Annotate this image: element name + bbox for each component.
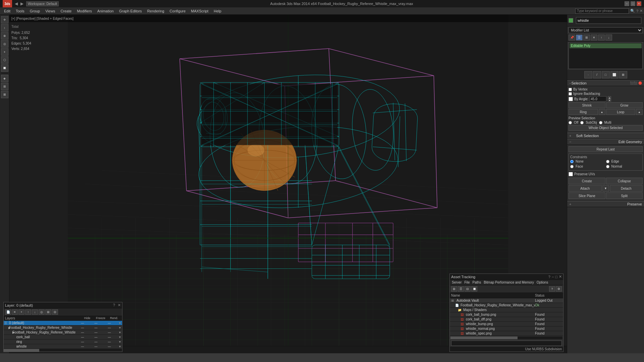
menu-edit[interactable]: Edit	[1, 8, 13, 14]
asset-menu-paths[interactable]: Paths	[473, 281, 481, 284]
angle-up-btn[interactable]: ▲	[608, 96, 611, 99]
repeat-last-btn[interactable]: Repeat Last	[569, 146, 643, 152]
attach-btn[interactable]: Attach	[569, 185, 602, 192]
asset-row-whistle-spec[interactable]: 🖼 whistle_spec.png Found	[450, 331, 563, 336]
polygon-icon-btn[interactable]: ⬜	[610, 71, 619, 78]
shrink-btn[interactable]: Shrink	[569, 102, 605, 108]
split-btn[interactable]: Split	[606, 192, 643, 199]
asset-row-whistle-bump[interactable]: 🖼 whistle_bump.png Found	[450, 322, 563, 326]
lt-btn-6[interactable]: ⬡	[1, 56, 8, 64]
create-btn[interactable]: Create	[569, 178, 605, 184]
menu-animation[interactable]: Animation	[95, 8, 116, 14]
asset-path-input[interactable]	[451, 341, 562, 346]
ignore-backfacing-checkbox[interactable]	[569, 92, 572, 96]
menu-group[interactable]: Group	[27, 8, 43, 14]
preserve-uvs-checkbox[interactable]	[569, 172, 573, 176]
menu-maxscript[interactable]: MAXScript	[188, 8, 211, 14]
lt-btn-9[interactable]: ⊞	[1, 83, 8, 90]
soft-sel-plus[interactable]: +	[569, 134, 571, 138]
layer-btn-8[interactable]: ⊟	[52, 309, 58, 315]
lt-btn-4[interactable]: ◎	[1, 40, 8, 48]
layer-new-btn[interactable]: 📄	[5, 309, 11, 315]
layer-delete-btn[interactable]: ✕	[12, 309, 18, 315]
stack-btn-3[interactable]: ⊞	[583, 35, 590, 41]
editable-poly-item[interactable]: Editable Poly	[570, 43, 642, 48]
collapse-btn[interactable]: Collapse	[606, 178, 643, 184]
constraint-normal-radio[interactable]	[606, 165, 609, 168]
constraint-face-radio[interactable]	[570, 165, 574, 168]
layer-row-sub[interactable]: ▶ Football_Hockey_Rugby_Referee_Whistle …	[4, 330, 122, 335]
angle-down-btn[interactable]: ▼	[608, 99, 611, 102]
asset-row-cork-bump[interactable]: 🖼 cork_ball_bump.png Found	[450, 312, 563, 317]
layer-btn-7[interactable]: ⊞	[45, 309, 51, 315]
viewport-label[interactable]: [+] [Perspective] [Shaded + Edged Faces]	[11, 17, 73, 20]
menu-search-input[interactable]	[575, 8, 629, 14]
lt-btn-1[interactable]: ✛	[1, 16, 8, 23]
asset-help-icon[interactable]: ?	[548, 275, 550, 279]
by-angle-value[interactable]	[590, 96, 606, 102]
close-icon[interactable]: ✕	[640, 9, 643, 13]
asset-menu-bitmap[interactable]: Bitmap Performance and Memory	[484, 281, 534, 284]
menu-help[interactable]: Help	[211, 8, 224, 14]
layer-help-btn[interactable]: ?	[113, 303, 115, 307]
whole-object-selected-btn[interactable]: Whole Object Selected	[569, 125, 643, 131]
lt-btn-10[interactable]: ⊠	[1, 91, 8, 98]
edit-geo-collapse[interactable]: −	[569, 140, 571, 144]
menu-configure[interactable]: Configure	[167, 8, 189, 14]
layer-row-whistle[interactable]: □ whistle — — — ▼	[4, 344, 122, 349]
lt-btn-8[interactable]: ◈	[1, 75, 8, 82]
menu-views[interactable]: Views	[43, 8, 58, 14]
asset-scrollbar-h[interactable]	[450, 337, 562, 339]
asset-row-cork-dff[interactable]: 🖼 cork_ball_dff.png Found	[450, 317, 563, 322]
element-icon-btn[interactable]: ⊠	[619, 71, 627, 78]
menu-graph-editors[interactable]: Graph Editors	[116, 8, 145, 14]
asset-row-vault[interactable]: 🏛 Autodesk Vault Logged Out	[450, 298, 563, 303]
layer-row-ring[interactable]: □ ring — — — ▼	[4, 340, 122, 344]
layer-btn-5[interactable]: ↓	[32, 309, 38, 315]
pin-stack-btn[interactable]: 📌	[569, 35, 575, 41]
asset-close-btn[interactable]: ✕	[559, 275, 562, 279]
layer-select-btn[interactable]: ◎	[39, 309, 45, 315]
close-btn[interactable]: ✕	[637, 1, 641, 6]
vertex-icon-btn[interactable]: ·	[584, 71, 592, 78]
asset-tb-2[interactable]: ☰	[458, 286, 464, 292]
attach-list-btn[interactable]: ▼	[602, 185, 609, 192]
loop-btn[interactable]: Loop	[606, 109, 636, 115]
layer-close-btn[interactable]: ✕	[118, 303, 121, 307]
border-icon-btn[interactable]: □	[602, 71, 610, 78]
constraint-edge-radio[interactable]	[606, 160, 609, 163]
asset-tb-1[interactable]: ⊞	[451, 286, 457, 292]
layer-row-cork-ball[interactable]: □ cork_ball — — — ▼	[4, 335, 122, 340]
preview-multi-radio[interactable]	[599, 121, 602, 124]
stack-btn-5[interactable]: ↑	[598, 35, 605, 41]
asset-menu-options[interactable]: Options	[537, 281, 548, 284]
layer-btn-4[interactable]: ↑	[25, 309, 31, 315]
layer-scrollbar[interactable]	[4, 349, 122, 352]
by-vertex-checkbox[interactable]	[569, 88, 572, 91]
asset-maximize-btn[interactable]: □	[555, 275, 557, 279]
detach-btn[interactable]: Detach	[610, 185, 643, 192]
menu-rendering[interactable]: Rendering	[145, 8, 167, 14]
asset-tb-3[interactable]: ⊟	[465, 286, 471, 292]
layer-add-sel-btn[interactable]: +	[18, 309, 24, 315]
menu-tools[interactable]: Tools	[13, 8, 27, 14]
maximize-btn[interactable]: □	[631, 1, 635, 6]
menu-modifiers[interactable]: Modifiers	[74, 8, 95, 14]
grow-btn[interactable]: Grow	[606, 102, 643, 108]
toolbar-nav-back[interactable]: ◀	[15, 1, 18, 6]
menu-create[interactable]: Create	[58, 8, 74, 14]
show-modifier-btn[interactable]: ☰	[576, 35, 583, 41]
help-icon[interactable]: ?	[636, 9, 638, 13]
edge-icon-btn[interactable]: /	[593, 71, 601, 78]
ring-btn[interactable]: Ring	[569, 109, 598, 115]
by-angle-checkbox[interactable]	[569, 97, 573, 101]
asset-menu-file[interactable]: File	[464, 281, 470, 284]
lt-btn-7[interactable]: 🔲	[1, 64, 8, 72]
object-name-input[interactable]	[576, 17, 641, 24]
layer-row-default[interactable]: ☰ 0 (default) — — — ▼	[4, 321, 122, 325]
minimize-btn[interactable]: −	[625, 1, 629, 6]
lt-btn-2[interactable]: ↕	[1, 24, 8, 32]
asset-menu-server[interactable]: Server	[452, 281, 462, 284]
asset-row-maps[interactable]: 📁 Maps / Shaders	[450, 308, 563, 312]
stack-btn-4[interactable]: ✕	[591, 35, 597, 41]
